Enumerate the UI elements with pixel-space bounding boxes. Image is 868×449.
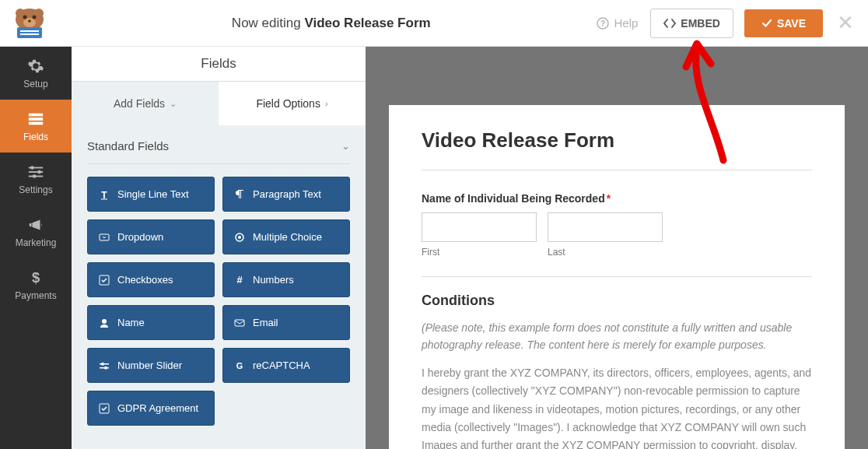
last-sublabel: Last	[548, 247, 663, 258]
sidebar-item-payments[interactable]: $ Payments	[0, 258, 72, 311]
close-button[interactable]: ✕	[837, 11, 854, 35]
google-icon: G	[234, 360, 245, 371]
sidebar-item-marketing[interactable]: Marketing	[0, 205, 72, 258]
sidebar-label: Fields	[23, 132, 48, 142]
conditions-note: (Please note, this example form does not…	[422, 320, 812, 353]
svg-text:G: G	[236, 361, 243, 370]
first-name-input[interactable]	[422, 212, 537, 242]
sidebar-item-setup[interactable]: Setup	[0, 47, 72, 100]
sidebar-item-settings[interactable]: Settings	[0, 153, 72, 205]
code-icon	[663, 18, 676, 29]
preview-form-title: Video Release Form	[422, 128, 812, 153]
tab-label: Add Fields	[114, 97, 165, 110]
svg-point-29	[102, 319, 107, 324]
required-indicator: *	[607, 192, 611, 205]
svg-rect-13	[29, 118, 43, 121]
form-preview-area: Video Release Form Name of Individual Be…	[366, 47, 868, 449]
category-header[interactable]: Standard Fields ⌄	[87, 125, 350, 163]
svg-rect-9	[20, 33, 39, 35]
dollar-icon: $	[27, 269, 44, 286]
svg-rect-33	[100, 367, 109, 369]
slider-icon	[99, 360, 110, 371]
field-type-single-line[interactable]: T Single Line Text	[87, 177, 215, 212]
svg-rect-31	[100, 363, 109, 365]
field-type-name[interactable]: Name	[87, 305, 215, 340]
chevron-down-icon: ⌄	[170, 99, 177, 109]
field-grid: T Single Line Text Paragraph Text Dropdo…	[87, 177, 350, 426]
user-icon	[99, 317, 110, 328]
svg-text:#: #	[236, 275, 243, 286]
save-button[interactable]: SAVE	[744, 9, 823, 37]
tab-add-fields[interactable]: Add Fields ⌄	[72, 82, 219, 125]
svg-point-5	[33, 16, 37, 19]
svg-rect-7	[17, 27, 42, 38]
sidebar-label: Payments	[15, 290, 56, 301]
svg-point-3	[23, 18, 36, 27]
sidebar-item-fields[interactable]: Fields	[0, 100, 72, 153]
megaphone-icon	[27, 216, 44, 233]
save-label: SAVE	[777, 17, 806, 30]
sidebar-label: Setup	[23, 79, 47, 89]
field-type-gdpr[interactable]: GDPR Agreement	[87, 391, 215, 426]
help-link[interactable]: ? Help	[597, 16, 638, 30]
category-label: Standard Fields	[87, 139, 169, 153]
gear-icon	[27, 58, 44, 75]
help-icon: ?	[597, 17, 609, 30]
svg-rect-30	[235, 320, 244, 326]
svg-rect-24	[100, 234, 109, 240]
check-icon	[99, 403, 110, 414]
embed-label: EMBED	[681, 17, 720, 30]
check-icon	[761, 18, 772, 29]
svg-text:?: ?	[600, 19, 605, 28]
text-icon: T	[99, 189, 110, 200]
field-type-paragraph[interactable]: Paragraph Text	[222, 177, 350, 212]
field-type-checkboxes[interactable]: Checkboxes	[87, 262, 215, 297]
conditions-body: I hereby grant the XYZ COMPANY, its dire…	[422, 364, 812, 449]
svg-point-32	[101, 362, 104, 365]
field-type-email[interactable]: Email	[222, 305, 350, 340]
panel-title: Fields	[72, 47, 366, 82]
svg-text:T: T	[101, 190, 107, 200]
sidebar-label: Marketing	[16, 237, 57, 248]
field-type-number-slider[interactable]: Number Slider	[87, 348, 215, 383]
field-type-numbers[interactable]: # Numbers	[222, 262, 350, 297]
panel-tabs: Add Fields ⌄ Field Options ›	[72, 82, 366, 125]
field-type-recaptcha[interactable]: G reCAPTCHA	[222, 348, 350, 383]
svg-point-4	[23, 16, 27, 19]
divider	[422, 276, 812, 277]
main-sidebar: Setup Fields Settings Marketing $ Paymen…	[0, 47, 72, 449]
name-sublabels: First Last	[422, 247, 812, 258]
radio-icon	[234, 232, 245, 243]
mail-icon	[234, 317, 245, 328]
name-field-label: Name of Individual Being Recorded*	[422, 192, 812, 205]
first-sublabel: First	[422, 247, 537, 258]
check-icon	[99, 275, 110, 286]
tab-field-options[interactable]: Field Options ›	[219, 82, 366, 125]
conditions-title: Conditions	[422, 293, 812, 309]
svg-point-16	[30, 166, 34, 170]
svg-point-20	[33, 174, 37, 178]
form-name: Video Release Form	[304, 16, 430, 30]
svg-rect-14	[29, 121, 43, 125]
svg-point-6	[28, 19, 31, 23]
editing-prefix: Now editing	[232, 16, 305, 30]
hash-icon: #	[234, 275, 245, 286]
field-type-dropdown[interactable]: Dropdown	[87, 219, 215, 254]
svg-rect-8	[20, 30, 39, 32]
top-bar: Now editing Video Release Form ? Help EM…	[0, 0, 868, 47]
chevron-down-icon: ⌄	[341, 140, 350, 152]
embed-button[interactable]: EMBED	[650, 9, 733, 38]
sliders-icon	[27, 163, 44, 181]
svg-point-18	[37, 170, 41, 174]
help-label: Help	[614, 16, 638, 30]
form-preview-card[interactable]: Video Release Form Name of Individual Be…	[389, 105, 845, 449]
last-name-input[interactable]	[548, 212, 663, 242]
paragraph-icon	[234, 189, 245, 200]
svg-point-34	[104, 366, 107, 369]
field-type-multiple-choice[interactable]: Multiple Choice	[222, 219, 350, 254]
svg-text:$: $	[32, 269, 40, 286]
divider	[422, 170, 812, 170]
chevron-right-icon: ›	[325, 99, 328, 108]
tab-label: Field Options	[256, 97, 320, 110]
name-input-row	[422, 212, 812, 242]
